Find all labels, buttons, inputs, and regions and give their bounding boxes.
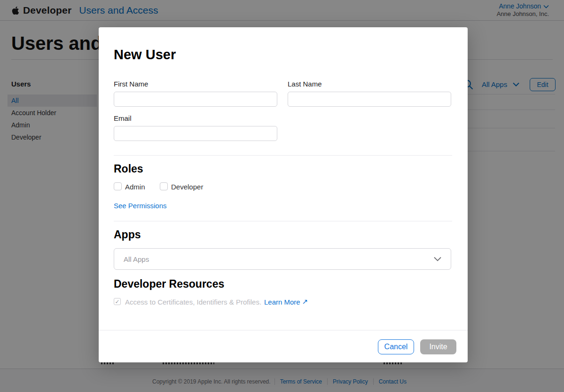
see-permissions-link[interactable]: See Permissions [114,202,167,210]
chevron-down-icon [434,257,441,261]
apps-select-dropdown[interactable]: All Apps [114,248,451,270]
developer-checkbox[interactable] [160,182,168,190]
email-input[interactable] [114,126,277,141]
new-user-modal: New User First Name Last Name Email Role… [99,27,468,362]
first-name-input[interactable] [114,92,277,107]
invite-button[interactable]: Invite [420,339,456,354]
admin-checkbox[interactable] [114,182,122,190]
last-name-label: Last Name [288,80,322,88]
modal-footer-divider [99,330,468,330]
last-name-input[interactable] [288,92,451,107]
modal-title: New User [114,47,176,63]
roles-heading: Roles [114,163,143,175]
developer-resources-heading: Developer Resources [114,278,224,290]
apps-heading: Apps [114,228,141,241]
developer-checkbox-label[interactable]: Developer [171,183,203,191]
admin-checkbox-label[interactable]: Admin [125,183,145,191]
apps-select-placeholder: All Apps [124,255,434,263]
certificates-access-label: Access to Certificates, Identifiers & Pr… [125,298,261,306]
cancel-button[interactable]: Cancel [378,339,414,354]
email-label: Email [114,114,132,122]
section-divider [114,221,452,221]
first-name-label: First Name [114,80,148,88]
section-divider [114,155,452,156]
external-link-arrow-icon: ↗ [302,298,308,306]
certificates-access-checkbox: ✓ [114,298,121,305]
learn-more-link[interactable]: Learn More [264,298,300,306]
